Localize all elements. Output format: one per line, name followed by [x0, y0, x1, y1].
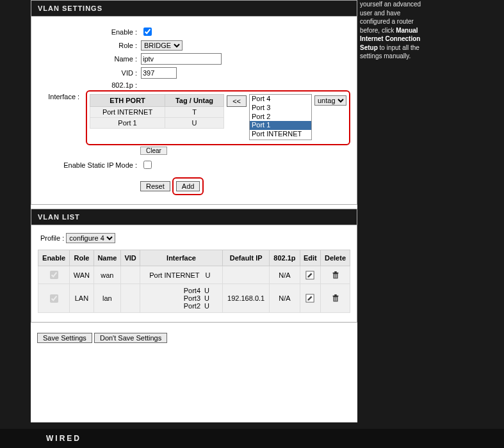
profile-label: Profile :	[40, 234, 64, 242]
interface-row: Port INTERNET T	[90, 107, 224, 118]
interface-table: ETH PORT Tag / Untag Port INTERNET T Por…	[90, 94, 224, 129]
name-label: Name :	[38, 55, 141, 63]
vlan-list-header: VLAN LIST	[31, 209, 357, 225]
static-ip-checkbox[interactable]	[143, 161, 152, 169]
eth-port-header: ETH PORT	[90, 95, 165, 107]
port-option[interactable]: Port 2	[250, 113, 311, 122]
save-settings-button[interactable]: Save Settings	[37, 333, 92, 343]
edit-icon[interactable]	[305, 271, 314, 280]
8021p-label: 802.1p :	[38, 81, 141, 89]
port-option[interactable]: Port 4	[250, 95, 311, 104]
vlan-settings-panel: VLAN SETTINGS Enable : Role : BRIDGE Nam…	[31, 0, 357, 205]
name-input[interactable]	[141, 53, 222, 65]
trash-icon[interactable]	[331, 294, 340, 303]
vid-label: VID :	[38, 69, 141, 77]
static-ip-label: Enable Static IP Mode :	[38, 161, 141, 169]
row-enable-checkbox	[50, 294, 58, 303]
add-button[interactable]: Add	[176, 181, 200, 191]
profile-select[interactable]: configure 4	[66, 233, 115, 243]
vlan-settings-header: VLAN SETTINGS	[31, 0, 357, 17]
edit-icon[interactable]	[305, 294, 314, 303]
port-option[interactable]: Port 3	[250, 104, 311, 113]
row-enable-checkbox	[50, 271, 58, 279]
vlan-list-table: Enable Role Name VID Interface Default I…	[38, 250, 350, 313]
vlan-list-panel: VLAN LIST Profile : configure 4 Enable R…	[31, 209, 357, 323]
reset-button[interactable]: Reset	[140, 181, 170, 191]
table-row: WAN wan Port INTERNET U N/A	[38, 266, 350, 284]
move-left-button[interactable]: <<	[227, 95, 247, 107]
port-option[interactable]: Port INTERNET	[250, 130, 311, 139]
dont-save-settings-button[interactable]: Don't Save Settings	[94, 333, 167, 343]
enable-checkbox[interactable]	[143, 28, 152, 36]
untag-select[interactable]: untag	[314, 95, 346, 106]
footer-tab: WIRED	[0, 429, 504, 448]
help-sidebar: yourself an advanced user and have confi…	[357, 0, 433, 61]
role-label: Role :	[38, 42, 141, 49]
interface-row: Port 1 U	[90, 118, 224, 129]
clear-button[interactable]: Clear	[140, 147, 167, 155]
vid-input[interactable]	[141, 67, 177, 79]
add-highlight-box: Add	[172, 177, 204, 195]
port-listbox[interactable]: Port 4 Port 3 Port 2 Port 1 Port INTERNE…	[249, 94, 312, 140]
tag-untag-header: Tag / Untag	[165, 95, 224, 107]
trash-icon[interactable]	[331, 271, 340, 280]
interface-label: Interface :	[38, 90, 83, 100]
enable-label: Enable :	[38, 28, 141, 36]
port-option[interactable]: Port 1	[250, 121, 311, 130]
interface-highlight-box: ETH PORT Tag / Untag Port INTERNET T Por…	[86, 90, 350, 145]
table-row: LAN lan Port4U Port3U Port2U 192.168.0.1…	[38, 284, 350, 313]
role-select[interactable]: BRIDGE	[141, 40, 183, 51]
